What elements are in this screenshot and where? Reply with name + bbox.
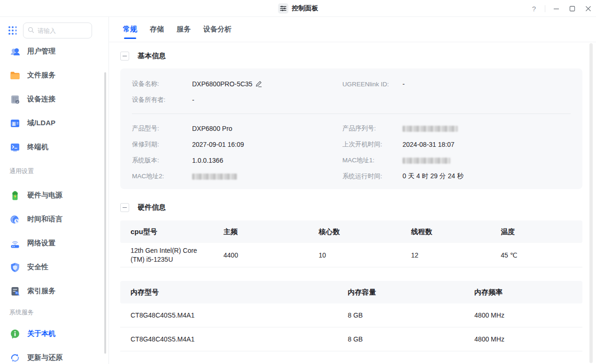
control-panel-icon xyxy=(278,3,288,14)
basic-info-title: 基本信息 xyxy=(138,52,166,61)
tab-storage[interactable]: 存储 xyxy=(150,17,164,42)
info-icon xyxy=(9,328,21,340)
sidebar-item-label: 域/LDAP xyxy=(27,119,55,128)
field-last-boot-time: 上次开机时间: 2024-08-31 18:07 xyxy=(342,136,571,152)
memory-capacity-cell: 8 GB xyxy=(337,335,464,343)
field-ugreenlink-id: UGREENlink ID: - xyxy=(342,76,571,92)
memory-frequency-cell: 4800 MHz xyxy=(464,311,582,319)
battery-icon xyxy=(9,190,21,201)
field-device-owner: 设备所有者: - xyxy=(132,92,342,108)
sidebar-item-terminal[interactable]: 终端机 xyxy=(0,135,108,159)
help-icon[interactable]: ? xyxy=(526,5,542,13)
ugreenlink-id-value: - xyxy=(402,80,405,88)
memory-frequency-cell: 4800 MHz xyxy=(464,335,582,343)
memory-table-header: 内存型号 内存容量 内存频率 xyxy=(120,281,582,303)
sidebar-item-hardware-power[interactable]: 硬件与电源 xyxy=(0,183,108,207)
main-panel: 常规 存储 服务 设备分析 基本信息 设备名称: DXP6800PRO-5C35 xyxy=(109,17,596,364)
device-owner-value: - xyxy=(192,96,194,104)
sidebar-item-file-services[interactable]: 文件服务 xyxy=(0,63,108,87)
collapse-basic-info-button[interactable] xyxy=(120,52,129,61)
sidebar-item-label: 硬件与电源 xyxy=(27,191,62,200)
main-scrollbar[interactable] xyxy=(589,43,593,363)
field-serial-number: 产品序列号: xyxy=(342,121,571,136)
serial-number-redacted-value xyxy=(402,126,458,132)
table-row: 12th Gen Intel(R) Core (TM) i5-1235U 440… xyxy=(120,243,582,267)
sidebar-item-label: 索引服务 xyxy=(27,287,55,296)
memory-model-cell: CT8G48C40S5.M4A1 xyxy=(120,311,337,319)
tab-services[interactable]: 服务 xyxy=(177,17,191,42)
cpu-table-header: cpu型号 主频 核心数 线程数 温度 xyxy=(120,220,582,243)
sidebar-item-time-language[interactable]: 时间和语言 xyxy=(0,207,108,231)
field-mac-address-2: MAC地址2: xyxy=(132,168,342,184)
sidebar-item-security[interactable]: 安全性 xyxy=(0,255,108,279)
hardware-info-title: 硬件信息 xyxy=(138,203,166,212)
sidebar-item-device-connection[interactable]: 设备连接 xyxy=(0,87,108,111)
table-row: CT8G48C40S5.M4A1 8 GB 4800 MHz xyxy=(120,327,582,351)
domain-icon xyxy=(9,118,21,129)
update-icon xyxy=(9,352,21,364)
index-icon xyxy=(9,286,21,297)
column-header: cpu型号 xyxy=(120,228,213,236)
sidebar-item-about-device[interactable]: 关于本机 xyxy=(0,322,108,346)
field-system-version: 系统版本: 1.0.0.1366 xyxy=(132,152,342,168)
tab-general[interactable]: 常规 xyxy=(123,17,137,42)
mac-address-2-redacted-value xyxy=(192,174,237,180)
sidebar-item-domain-ldap[interactable]: 域/LDAP xyxy=(0,111,108,135)
network-icon xyxy=(9,238,21,249)
device-icon xyxy=(9,94,21,105)
sidebar-item-label: 用户管理 xyxy=(27,47,55,56)
app-grid-icon[interactable] xyxy=(8,26,17,35)
sidebar-item-label: 更新与还原 xyxy=(27,353,62,362)
cpu-cores-cell: 10 xyxy=(308,251,401,259)
sidebar: 用户管理 文件服务 设备连接 域/LDAP xyxy=(0,17,109,364)
sidebar-menu: 用户管理 文件服务 设备连接 域/LDAP xyxy=(0,39,108,364)
sidebar-item-network-settings[interactable]: 网络设置 xyxy=(0,231,108,255)
column-header: 内存型号 xyxy=(120,288,337,297)
sidebar-item-label: 网络设置 xyxy=(27,239,55,248)
sidebar-section-general-settings: 通用设置 xyxy=(0,159,108,183)
close-icon[interactable] xyxy=(580,0,596,17)
maximize-button[interactable] xyxy=(564,0,580,17)
sidebar-item-label: 时间和语言 xyxy=(27,215,62,224)
cpu-temperature-cell: 45 ℃ xyxy=(490,251,582,259)
sidebar-scrollbar[interactable] xyxy=(104,72,106,354)
tabbar: 常规 存储 服务 设备分析 xyxy=(109,17,596,42)
uptime-value: 0 天 4 时 29 分 24 秒 xyxy=(402,172,464,181)
mac-address-1-redacted-value xyxy=(402,158,450,164)
warranty-value: 2027-09-01 16:09 xyxy=(192,141,244,148)
device-name-value: DXP6800PRO-5C35 xyxy=(192,80,252,88)
field-device-name: 设备名称: DXP6800PRO-5C35 xyxy=(132,76,342,92)
sidebar-item-user-management[interactable]: 用户管理 xyxy=(0,39,108,63)
field-mac-address-1: MAC地址1: xyxy=(342,152,571,168)
edit-device-name-icon[interactable] xyxy=(255,81,262,87)
column-header: 内存容量 xyxy=(337,288,464,297)
column-header: 内存频率 xyxy=(464,288,582,297)
sidebar-item-label: 安全性 xyxy=(27,263,48,272)
field-uptime: 系统运行时间: 0 天 4 时 29 分 24 秒 xyxy=(342,168,571,184)
titlebar: 控制面板 ? xyxy=(0,0,596,17)
column-header: 温度 xyxy=(490,228,582,236)
tab-device-analysis[interactable]: 设备分析 xyxy=(203,17,232,42)
collapse-hardware-info-button[interactable] xyxy=(120,203,129,212)
time-icon xyxy=(9,214,21,225)
system-version-value: 1.0.0.1366 xyxy=(192,157,223,164)
window-title: 控制面板 xyxy=(292,4,318,13)
cpu-table: cpu型号 主频 核心数 线程数 温度 12th Gen Intel(R) Co… xyxy=(120,220,582,267)
titlebar-divider xyxy=(545,5,545,12)
shield-icon xyxy=(9,262,21,273)
memory-capacity-cell: 8 GB xyxy=(337,311,464,319)
field-warranty: 保修到期: 2027-09-01 16:09 xyxy=(132,136,342,152)
minimize-button[interactable] xyxy=(548,0,564,17)
cpu-model-cell: 12th Gen Intel(R) Core (TM) i5-1235U xyxy=(120,246,213,264)
column-header: 主频 xyxy=(213,228,309,236)
sidebar-item-update-restore[interactable]: 更新与还原 xyxy=(0,346,108,364)
sidebar-item-label: 文件服务 xyxy=(27,71,55,80)
column-header: 核心数 xyxy=(308,228,401,236)
sidebar-item-index-service[interactable]: 索引服务 xyxy=(0,279,108,303)
users-icon xyxy=(9,46,21,57)
table-row: CT8G48C40S5.M4A1 8 GB 4800 MHz xyxy=(120,303,582,327)
sidebar-section-system-services: 系统服务 xyxy=(0,303,108,322)
product-model-value: DXP6800 Pro xyxy=(192,125,232,132)
column-header: 线程数 xyxy=(401,228,490,236)
terminal-icon xyxy=(9,142,21,153)
